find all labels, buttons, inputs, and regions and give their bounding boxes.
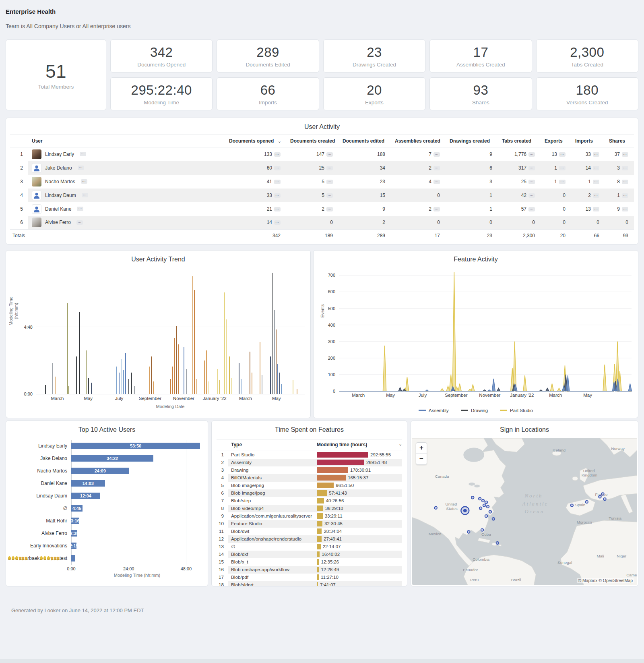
sign-in-location-marker[interactable] — [485, 501, 488, 503]
sign-in-location-marker[interactable] — [482, 499, 485, 502]
top-users-bar[interactable] — [71, 555, 75, 561]
top-users-bar[interactable]: 53:50 — [71, 443, 200, 449]
table-header-documents-opened[interactable]: Documents opened⌄ — [225, 135, 286, 147]
more-icon[interactable]: ⋯ — [622, 152, 628, 157]
time-spent-row[interactable]: 7Blob/step40:26:56 — [217, 497, 402, 505]
sign-in-location-marker[interactable] — [479, 497, 481, 500]
top-users-bar[interactable]: 3:16 — [71, 518, 79, 524]
table-header-drawings-created[interactable]: Drawings created — [446, 135, 498, 147]
zoom-out-button[interactable]: − — [416, 454, 427, 464]
sign-in-location-marker[interactable] — [603, 497, 606, 500]
top-users-bar[interactable]: 2:35 — [71, 530, 77, 537]
top-users-bar[interactable]: 34:22 — [71, 455, 153, 462]
map-area[interactable]: CanadaUnitedStatesMexicoCubaColombiaEcua… — [412, 438, 637, 585]
dashboard-filter-summary[interactable]: Team is All Company Users or All enterpr… — [6, 23, 638, 29]
more-icon[interactable]: ⋯ — [326, 152, 333, 157]
more-icon[interactable]: ⋯ — [80, 152, 86, 156]
time-spent-row[interactable]: 10Feature Studio32:30:45 — [217, 520, 402, 528]
more-icon[interactable]: ⋯ — [433, 152, 440, 157]
sign-in-location-marker[interactable] — [471, 496, 474, 499]
more-icon[interactable]: ⋯ — [82, 193, 88, 197]
table-header-documents-edited[interactable]: Documents edited — [339, 135, 391, 147]
sign-in-location-marker[interactable] — [601, 493, 604, 495]
more-icon[interactable]: ⋯ — [78, 166, 84, 170]
time-spent-row[interactable]: 16Blob onshape-app/workflow12:28:49 — [217, 566, 402, 574]
time-spent-row[interactable]: 14Blob/dxf16:40:02 — [217, 551, 402, 558]
sign-in-location-marker[interactable] — [487, 505, 489, 508]
more-icon[interactable]: ⋯ — [326, 207, 333, 211]
legend-item-drawing[interactable]: Drawing — [461, 408, 488, 413]
sign-in-cluster-center[interactable] — [463, 509, 467, 512]
more-icon[interactable]: ⋯ — [559, 180, 566, 184]
top-users-bar[interactable]: 12:04 — [71, 493, 100, 499]
sort-caret-icon[interactable]: ⌄ — [278, 139, 281, 143]
sort-caret-icon[interactable]: ⌄ — [399, 442, 402, 448]
more-icon[interactable]: ⋯ — [274, 220, 281, 225]
more-icon[interactable]: ⋯ — [326, 166, 333, 170]
zoom-in-button[interactable]: + — [416, 443, 427, 454]
user-cell[interactable]: Alvise Ferro⋯ — [28, 216, 225, 230]
user-cell[interactable]: Jake Delano⋯ — [28, 161, 225, 175]
sign-in-location-marker[interactable] — [496, 541, 499, 544]
time-spent-row[interactable]: 11Blob/dwt28:34:04 — [217, 528, 402, 535]
sign-in-location-marker[interactable] — [492, 517, 495, 520]
more-icon[interactable]: ⋯ — [528, 207, 535, 211]
trend-plot-area[interactable]: 4:480:00 — [36, 270, 305, 394]
user-cell[interactable]: Nacho Martos⋯ — [28, 175, 225, 189]
top-users-plot-area[interactable]: 53:5034:2224:0914:0312:044:453:162:352:1… — [71, 440, 205, 565]
sign-in-location-marker[interactable] — [570, 504, 573, 507]
time-spent-row[interactable]: 18Blob/sldprt7:41:07 — [217, 581, 402, 586]
time-spent-col-value[interactable]: Modeling time (hours) — [317, 442, 367, 448]
user-cell[interactable]: Lindsay Early⋯ — [28, 147, 225, 161]
more-icon[interactable]: ⋯ — [274, 152, 281, 157]
sign-in-location-marker[interactable] — [489, 510, 492, 513]
more-icon[interactable]: ⋯ — [559, 152, 566, 157]
sign-in-location-marker[interactable] — [485, 514, 488, 517]
time-spent-row[interactable]: 5Blob image/png96:51:50 — [217, 482, 402, 489]
more-icon[interactable]: ⋯ — [622, 166, 628, 170]
table-header-exports[interactable]: Exports — [541, 135, 571, 147]
more-icon[interactable]: ⋯ — [274, 180, 281, 184]
time-spent-row[interactable]: 3Drawing178:30:01 — [217, 466, 402, 474]
more-icon[interactable]: ⋯ — [433, 180, 440, 184]
table-header-user[interactable]: User — [28, 135, 225, 147]
more-icon[interactable]: ⋯ — [593, 180, 599, 184]
more-icon[interactable]: ⋯ — [81, 179, 87, 184]
more-icon[interactable]: ⋯ — [433, 207, 440, 211]
time-spent-row[interactable]: 8Blob video/mp436:29:10 — [217, 505, 402, 512]
more-icon[interactable]: ⋯ — [274, 207, 281, 211]
top-users-bar[interactable]: 2:15 — [71, 543, 76, 549]
sign-in-location-marker[interactable] — [599, 495, 601, 498]
table-header-shares[interactable]: Shares — [605, 135, 634, 147]
sign-in-location-marker[interactable] — [481, 528, 484, 531]
time-spent-row[interactable]: 13∅22:14:07 — [217, 543, 402, 551]
user-cell[interactable]: Daniel Kane⋯ — [28, 202, 225, 216]
time-spent-row[interactable]: 12Application/onshape/renderstudio27:49:… — [217, 535, 402, 543]
more-icon[interactable]: ⋯ — [622, 193, 628, 198]
more-icon[interactable]: ⋯ — [528, 193, 535, 198]
table-header-imports[interactable]: Imports — [571, 135, 605, 147]
feature-plot-area[interactable]: 0100200300400500600700 — [339, 270, 632, 391]
more-icon[interactable]: ⋯ — [326, 193, 333, 198]
more-icon[interactable]: ⋯ — [77, 207, 83, 211]
more-icon[interactable]: ⋯ — [274, 166, 281, 170]
more-icon[interactable]: ⋯ — [528, 166, 535, 170]
more-icon[interactable]: ⋯ — [622, 180, 628, 184]
sign-in-location-marker[interactable] — [479, 507, 482, 510]
time-spent-row[interactable]: 9Application/com.migenius.realityserver3… — [217, 512, 402, 520]
sign-in-location-marker[interactable] — [434, 506, 437, 509]
more-icon[interactable]: ⋯ — [528, 152, 535, 157]
time-spent-row[interactable]: 15Blob/x_t12:35:26 — [217, 558, 402, 566]
legend-item-assembly[interactable]: Assembly — [419, 408, 449, 413]
more-icon[interactable]: ⋯ — [559, 166, 566, 170]
more-icon[interactable]: ⋯ — [274, 193, 281, 198]
user-cell[interactable]: Lindsay Daum⋯ — [28, 189, 225, 202]
table-header-documents-created[interactable]: Documents created — [286, 135, 339, 147]
time-spent-row[interactable]: 17Blob/pdf11:27:10 — [217, 574, 402, 581]
top-users-bar[interactable]: 4:45 — [71, 505, 83, 512]
legend-item-part-studio[interactable]: Part Studio — [500, 408, 533, 413]
table-header-tabs-created[interactable]: Tabs created — [498, 135, 541, 147]
more-icon[interactable]: ⋯ — [593, 152, 599, 157]
table-header-assemblies-created[interactable]: Assemblies created — [391, 135, 446, 147]
sign-in-location-marker[interactable] — [483, 504, 486, 507]
